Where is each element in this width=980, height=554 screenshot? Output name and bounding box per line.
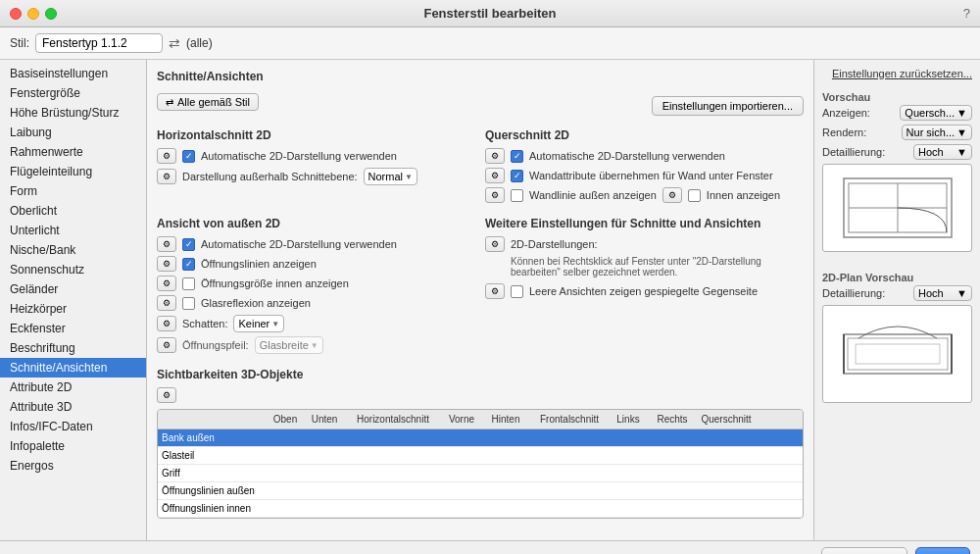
rendern-select[interactable]: Nur sich... ▼ xyxy=(902,125,972,140)
sidebar-item-eckfenster[interactable]: Eckfenster xyxy=(0,319,146,338)
a-schatten-select[interactable]: Keiner ▼ xyxy=(233,315,284,332)
row5-hinten xyxy=(481,502,530,515)
sidebar-item-basiseinstellungen[interactable]: Basiseinstellungen xyxy=(0,64,146,83)
window-controls xyxy=(10,8,57,20)
alle-gemass-stil-button[interactable]: ⇄ Alle gemäß Stil xyxy=(157,93,259,111)
right-panel: Einstellungen zurücksetzen... Vorschau A… xyxy=(813,60,980,540)
sidebar-item-hoehe[interactable]: Höhe Brüstung/Sturz xyxy=(0,103,146,123)
anzeigen-select[interactable]: Quersch... ▼ xyxy=(900,105,972,121)
a-schatten-value: Keiner xyxy=(238,318,270,329)
h-icon1[interactable]: ⚙ xyxy=(157,148,176,164)
table-row[interactable]: Bank außen xyxy=(158,429,803,447)
sichtbarkeiten-section: Sichtbarkeiten 3D-Objekte ⚙ Oben Unten H… xyxy=(157,368,804,519)
a-icon2[interactable]: ⚙ xyxy=(157,256,176,272)
sidebar-item-fluegel[interactable]: Flügeleinteilung xyxy=(0,162,146,181)
sidebar-item-infos[interactable]: Infos/IFC-Daten xyxy=(0,417,146,436)
a-checkbox4[interactable] xyxy=(182,297,195,310)
detaillierung-select[interactable]: Hoch ▼ xyxy=(913,144,972,160)
h-darstellung-label: Darstellung außerhalb Schnittebene: xyxy=(182,171,358,182)
sidebar-item-fenstergroesse[interactable]: Fenstergröße xyxy=(0,83,146,103)
h-checkbox1[interactable] xyxy=(182,150,195,163)
w-icon1[interactable]: ⚙ xyxy=(485,236,505,252)
h-icon2[interactable]: ⚙ xyxy=(157,169,176,184)
reset-button[interactable]: Einstellungen zurücksetzen... xyxy=(822,68,972,79)
h-darstellung-select[interactable]: Normal ▼ xyxy=(364,168,417,185)
a-checkbox2[interactable] xyxy=(182,258,195,271)
row5-links xyxy=(609,502,648,515)
a-oeffnung-select[interactable]: Glasbreite ▼ xyxy=(255,336,323,354)
q-checkbox3b[interactable] xyxy=(688,189,701,202)
sidebar-item-beschriftung[interactable]: Beschriftung xyxy=(0,338,146,358)
q-icon3[interactable]: ⚙ xyxy=(485,187,505,203)
sidebar-item-nische[interactable]: Nische/Bank xyxy=(0,240,146,260)
a-icon3[interactable]: ⚙ xyxy=(157,276,176,291)
row1-f xyxy=(530,431,609,444)
sidebar-item-sonnenschutz[interactable]: Sonnenschutz xyxy=(0,260,146,279)
q-icon2[interactable]: ⚙ xyxy=(485,168,505,183)
q-icon1[interactable]: ⚙ xyxy=(485,148,505,164)
a-icon5[interactable]: ⚙ xyxy=(157,316,176,331)
a-row1: ⚙ Automatische 2D-Darstellung verwenden xyxy=(157,236,475,252)
a-icon6[interactable]: ⚙ xyxy=(157,337,176,353)
table-row[interactable]: Griff xyxy=(158,465,803,482)
sidebar-item-attribute3d[interactable]: Attribute 3D xyxy=(0,397,146,417)
a-checkbox1[interactable] xyxy=(182,238,195,251)
row2-unten xyxy=(305,449,344,462)
import-button[interactable]: Einstellungen importieren... xyxy=(652,96,804,116)
row3-oben xyxy=(266,467,305,479)
q-checkbox1[interactable] xyxy=(511,150,523,163)
swap-icon[interactable]: ⇄ xyxy=(169,35,180,51)
ok-button[interactable]: OK xyxy=(915,547,970,554)
sidebar-item-attribute2d[interactable]: Attribute 2D xyxy=(0,378,146,397)
row2-hinten xyxy=(481,449,530,462)
rendern-arrow: ▼ xyxy=(956,126,967,138)
w-checkbox1[interactable] xyxy=(511,285,523,298)
rendern-row: Rendern: Nur sich... ▼ xyxy=(822,125,972,140)
a-icon1[interactable]: ⚙ xyxy=(157,236,176,252)
h-darstellung-arrow: ▼ xyxy=(405,173,413,181)
a-schatten-arrow: ▼ xyxy=(271,320,279,328)
close-button[interactable] xyxy=(10,8,22,20)
detaillierung2d-select[interactable]: Hoch ▼ xyxy=(913,285,972,301)
a-checkbox3[interactable] xyxy=(182,277,195,290)
a-oeffnung-value: Glasbreite xyxy=(260,339,309,351)
sidebar-item-energos[interactable]: Energos xyxy=(0,456,146,476)
section-header: Schnitte/Ansichten xyxy=(157,70,804,89)
sidebar-item-oberlicht[interactable]: Oberlicht xyxy=(0,201,146,221)
table-row[interactable]: Öffnungslinien außen xyxy=(158,482,803,500)
sidebar-item-unterlicht[interactable]: Unterlicht xyxy=(0,221,146,240)
q-checkbox3[interactable] xyxy=(511,189,523,202)
sidebar-item-rahmenwerte[interactable]: Rahmenwerte xyxy=(0,142,146,162)
a-icon4[interactable]: ⚙ xyxy=(157,295,176,311)
q-icon3b[interactable]: ⚙ xyxy=(662,187,682,203)
stil-input[interactable] xyxy=(35,33,163,53)
sidebar-item-laibung[interactable]: Laibung xyxy=(0,123,146,142)
sidebar-item-form[interactable]: Form xyxy=(0,181,146,201)
maximize-button[interactable] xyxy=(45,8,57,20)
sidebar-item-gelaender[interactable]: Geländer xyxy=(0,279,146,299)
a-label1: Automatische 2D-Darstellung verwenden xyxy=(201,238,397,250)
sichtbarkeiten-table: Oben Unten Horizontalschnitt Vorne Hinte… xyxy=(157,409,804,519)
q-checkbox2[interactable] xyxy=(511,170,523,182)
cancel-button[interactable]: Abbrechen xyxy=(821,547,907,554)
col-links: Links xyxy=(609,413,648,426)
sidebar-item-heizkoerper[interactable]: Heizkörper xyxy=(0,299,146,319)
help-button[interactable]: ? xyxy=(963,6,970,21)
sidebar-item-schnitte[interactable]: Schnitte/Ansichten xyxy=(0,358,146,378)
detaillierung-value: Hoch xyxy=(918,146,944,158)
a-schatten-label: Schatten: xyxy=(182,318,227,329)
row5-vorne xyxy=(442,502,481,515)
minimize-button[interactable] xyxy=(27,8,39,20)
horizontalschnitt-section: Horizontalschnitt 2D ⚙ Automatische 2D-D… xyxy=(157,128,475,207)
w-icon2[interactable]: ⚙ xyxy=(485,283,505,299)
3d-preview-svg xyxy=(834,169,961,247)
row3-unten xyxy=(305,467,344,479)
table-row[interactable]: Öffnungslinien innen xyxy=(158,500,803,518)
table-row[interactable]: Glasteil xyxy=(158,447,803,465)
row5-f xyxy=(530,502,609,515)
sicht-icon[interactable]: ⚙ xyxy=(157,387,176,403)
sidebar-item-infopalette[interactable]: Infopalette xyxy=(0,436,146,456)
row3-q xyxy=(697,467,756,479)
row2-q xyxy=(697,449,756,462)
q-row3: ⚙ Wandlinie außen anzeigen ⚙ Innen anzei… xyxy=(485,187,804,203)
